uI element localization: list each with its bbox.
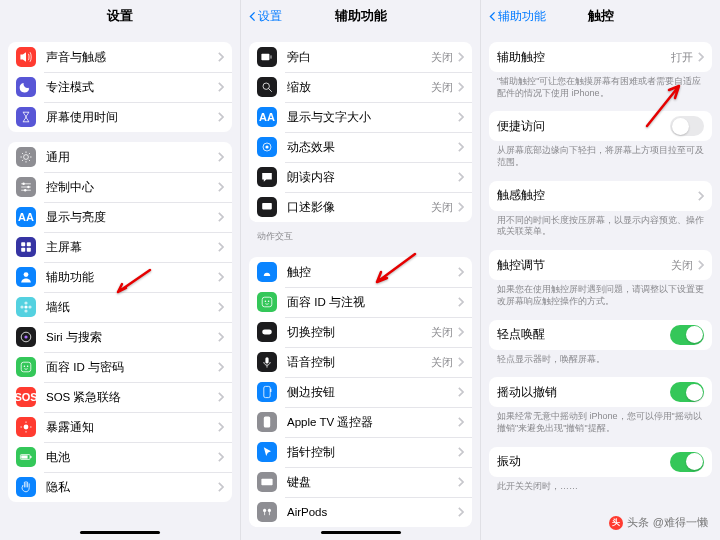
back-button[interactable]: 设置 <box>247 8 282 25</box>
settings-row[interactable]: 面容 ID 与注视 <box>249 287 472 317</box>
footer-note: 从屏幕底部边缘向下轻扫，将屏幕上方项目拉至可及范围。 <box>489 141 712 170</box>
row-label: 朗读内容 <box>287 170 457 185</box>
row-label: 电池 <box>46 450 217 465</box>
hand-icon <box>16 477 36 497</box>
row-label: 缩放 <box>287 80 431 95</box>
sliders-icon <box>16 177 36 197</box>
settings-group: 轻点唤醒 <box>489 320 712 350</box>
footer-note: 如果经常无意中摇动到 iPhone，您可以停用"摇动以撤销"来避免出现"撤销"提… <box>489 407 712 436</box>
accessibility-column: 设置 辅助功能 旁白关闭缩放关闭AA显示与文字大小动态效果朗读内容口述影像关闭动… <box>240 0 480 540</box>
svg-point-11 <box>24 309 27 312</box>
settings-row[interactable]: 口述影像关闭 <box>249 192 472 222</box>
svg-rect-34 <box>270 389 271 392</box>
row-label: 动态效果 <box>287 140 457 155</box>
settings-row[interactable]: 通用 <box>8 142 232 172</box>
toggle-switch[interactable] <box>670 325 704 345</box>
settings-row[interactable]: 键盘 <box>249 467 472 497</box>
touch-icon <box>257 262 277 282</box>
toggle-switch[interactable] <box>670 452 704 472</box>
sun-icon <box>16 417 36 437</box>
desc-icon <box>257 197 277 217</box>
kb-icon <box>257 472 277 492</box>
svg-point-1 <box>22 183 24 185</box>
settings-row[interactable]: 主屏幕 <box>8 232 232 262</box>
settings-row[interactable]: 电池 <box>8 442 232 472</box>
svg-rect-36 <box>261 479 272 485</box>
hourglass-icon <box>16 107 36 127</box>
settings-row[interactable]: 轻点唤醒 <box>489 320 712 350</box>
svg-rect-16 <box>21 362 31 372</box>
settings-row[interactable]: 专注模式 <box>8 72 232 102</box>
settings-row[interactable]: Siri 与搜索 <box>8 322 232 352</box>
settings-row[interactable]: AirPods <box>249 497 472 527</box>
settings-row[interactable]: 声音与触感 <box>8 42 232 72</box>
settings-row[interactable]: 暴露通知 <box>8 412 232 442</box>
row-label: 辅助触控 <box>497 50 671 65</box>
settings-row[interactable]: 侧边按钮 <box>249 377 472 407</box>
scroll-area[interactable]: 旁白关闭缩放关闭AA显示与文字大小动态效果朗读内容口述影像关闭动作交互触控面容 … <box>241 32 480 540</box>
row-label: 侧边按钮 <box>287 385 457 400</box>
row-label: 键盘 <box>287 475 457 490</box>
scroll-area[interactable]: 声音与触感专注模式屏幕使用时间通用控制中心AA显示与亮度主屏幕辅助功能墙纸Sir… <box>0 32 240 540</box>
settings-row[interactable]: 振动 <box>489 447 712 477</box>
settings-group: 触感触控 <box>489 181 712 211</box>
settings-row[interactable]: 指针控制 <box>249 437 472 467</box>
row-label: 语音控制 <box>287 355 431 370</box>
svg-rect-5 <box>27 242 31 246</box>
settings-row[interactable]: 动态效果 <box>249 132 472 162</box>
person-icon <box>16 267 36 287</box>
settings-row[interactable]: 墙纸 <box>8 292 232 322</box>
settings-group: 摇动以撤销 <box>489 377 712 407</box>
row-label: 振动 <box>497 454 670 469</box>
settings-group: 便捷访问 <box>489 111 712 141</box>
settings-row[interactable]: 隐私 <box>8 472 232 502</box>
settings-row[interactable]: 摇动以撤销 <box>489 377 712 407</box>
settings-row[interactable]: 切换控制关闭 <box>249 317 472 347</box>
scroll-area[interactable]: 辅助触控打开"辅助触控"可让您在触摸屏幕有困难或者需要自适应配件的情况下使用 i… <box>481 32 720 540</box>
tv-icon <box>257 412 277 432</box>
toggle-switch[interactable] <box>670 116 704 136</box>
settings-row[interactable]: 旁白关闭 <box>249 42 472 72</box>
settings-row[interactable]: 触控调节关闭 <box>489 250 712 280</box>
settings-row[interactable]: 便捷访问 <box>489 111 712 141</box>
AA-icon: AA <box>257 107 277 127</box>
settings-row[interactable]: 屏幕使用时间 <box>8 102 232 132</box>
svg-rect-35 <box>264 416 270 427</box>
settings-row[interactable]: 控制中心 <box>8 172 232 202</box>
zoom-icon <box>257 77 277 97</box>
settings-row[interactable]: 触感触控 <box>489 181 712 211</box>
row-value: 关闭 <box>431 80 453 95</box>
settings-row[interactable]: AA显示与文字大小 <box>249 102 472 132</box>
watermark-logo: 头 <box>609 516 623 530</box>
header: 辅助功能 触控 <box>481 0 720 32</box>
settings-row[interactable]: 辅助触控打开 <box>489 42 712 72</box>
row-label: SOS 紧急联络 <box>46 390 217 405</box>
settings-row[interactable]: 面容 ID 与密码 <box>8 352 232 382</box>
svg-point-29 <box>265 300 267 302</box>
svg-point-30 <box>268 300 270 302</box>
footer-note: 此开关关闭时，…… <box>489 477 712 495</box>
settings-row[interactable]: 缩放关闭 <box>249 72 472 102</box>
pointer-icon <box>257 442 277 462</box>
svg-rect-6 <box>21 248 25 252</box>
moon-icon <box>16 77 36 97</box>
settings-row[interactable]: Apple TV 遥控器 <box>249 407 472 437</box>
battery-icon <box>16 447 36 467</box>
settings-row[interactable]: SOSSOS 紧急联络 <box>8 382 232 412</box>
settings-row[interactable]: 辅助功能 <box>8 262 232 292</box>
settings-row[interactable]: 朗读内容 <box>249 162 472 192</box>
row-label: 口述影像 <box>287 200 431 215</box>
settings-group: 振动 <box>489 447 712 477</box>
toggle-switch[interactable] <box>670 382 704 402</box>
row-value: 关闭 <box>431 50 453 65</box>
header: 设置 <box>0 0 240 32</box>
motion-icon <box>257 137 277 157</box>
bubble-icon <box>257 167 277 187</box>
row-label: 专注模式 <box>46 80 217 95</box>
row-label: 声音与触感 <box>46 50 217 65</box>
settings-row[interactable]: 语音控制关闭 <box>249 347 472 377</box>
settings-group: 声音与触感专注模式屏幕使用时间 <box>8 42 232 132</box>
settings-row[interactable]: 触控 <box>249 257 472 287</box>
settings-row[interactable]: AA显示与亮度 <box>8 202 232 232</box>
back-button[interactable]: 辅助功能 <box>487 8 546 25</box>
